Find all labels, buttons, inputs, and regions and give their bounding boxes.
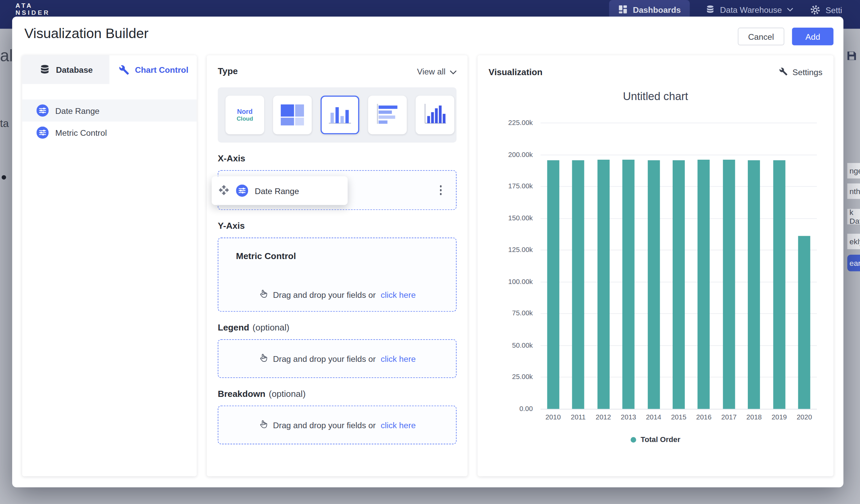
logo-line1: ATA (15, 2, 50, 10)
field-date-range[interactable]: Date Range (22, 99, 197, 121)
y-axis-tick-label: 125.00k (508, 246, 533, 254)
field-metric-control[interactable]: Metric Control (22, 121, 197, 144)
x-axis-drop-zone[interactable]: Date Range (218, 170, 457, 210)
legend-label: Total Order (641, 435, 680, 444)
save-icon[interactable] (846, 50, 858, 64)
breakdown-heading: Breakdown(optional) (218, 389, 457, 399)
breakdown-heading-label: Breakdown (218, 389, 265, 399)
field-date-range-label: Date Range (55, 106, 99, 115)
plot-area (541, 123, 817, 409)
chart-legend: Total Order (489, 435, 822, 444)
chart-type-thumb-bar[interactable] (368, 96, 407, 134)
x-axis-tick-label: 2018 (741, 413, 766, 421)
view-all-label: View all (417, 67, 445, 76)
view-all-dropdown[interactable]: View all (417, 67, 457, 76)
bar-slot (792, 123, 817, 409)
field-metric-control-label: Metric Control (55, 128, 107, 138)
backdrop-text-fragment: al (0, 46, 13, 66)
more-menu-icon[interactable] (438, 183, 444, 197)
click-here-link[interactable]: click here (381, 290, 416, 299)
tools-icon (118, 64, 130, 76)
nav-dashboards-label: Dashboards (633, 5, 681, 14)
breakdown-drop-zone[interactable]: Drag and drop your fields or click here (218, 406, 457, 444)
y-axis-drop-zone[interactable]: Metric Control Drag and drop your fields… (218, 237, 457, 312)
settings-button[interactable]: Settings (778, 66, 822, 78)
histogram-chart-icon (423, 103, 447, 127)
bar-2020 (798, 236, 811, 409)
chart-type-thumb-column[interactable] (320, 96, 359, 134)
chevron-down-icon (450, 67, 457, 76)
logo-line2: NSIDER (15, 10, 50, 16)
y-axis-tick-label: 25.00k (512, 373, 533, 381)
backdrop-panel-fragment: nge (847, 163, 860, 178)
optional-label: (optional) (253, 323, 289, 332)
column-chart-icon (328, 103, 352, 127)
nav-dashboards[interactable]: Dashboards (609, 0, 689, 19)
cancel-button[interactable]: Cancel (738, 28, 785, 45)
modal-actions: Cancel Add (738, 28, 833, 45)
x-axis-tick-label: 2016 (691, 413, 716, 421)
database-icon (39, 64, 51, 76)
tab-database-label: Database (56, 65, 93, 74)
y-axis-tick-label: 175.00k (508, 182, 533, 190)
x-axis-tick-label: 2013 (616, 413, 641, 421)
bar-2012 (597, 159, 609, 409)
drag-hand-icon (258, 419, 268, 431)
click-here-link[interactable]: click here (381, 354, 416, 363)
tab-chart-control-label: Chart Control (135, 65, 188, 74)
y-axis-labels: 225.00k200.00k175.00k150.00k125.00k100.0… (489, 123, 533, 409)
bar-2017 (723, 160, 735, 409)
y-axis-tick-label: 50.00k (512, 341, 533, 349)
date-range-chip[interactable]: Date Range (212, 176, 347, 205)
settings-label: Settings (793, 67, 822, 77)
dashboards-grid-icon (618, 4, 628, 14)
field-list: Date Range Metric Control (22, 99, 197, 144)
visualization-heading: Visualization (489, 67, 543, 77)
chart-type-thumb-word-cloud[interactable]: Nord Cloud (226, 96, 264, 134)
tab-chart-control[interactable]: Chart Control (110, 55, 197, 84)
nav-data-warehouse[interactable]: Data Warehouse (704, 0, 794, 19)
drag-hand-icon (258, 289, 268, 300)
click-here-link[interactable]: click here (381, 420, 416, 430)
visualization-panel: Visualization Settings Untitled chart 22… (477, 55, 833, 476)
x-axis-tick-label: 2017 (716, 413, 742, 421)
bar-2019 (773, 160, 785, 409)
move-handle-icon[interactable] (218, 184, 229, 197)
chart-plot: 225.00k200.00k175.00k150.00k125.00k100.0… (489, 123, 822, 409)
chart-type-thumb-treemap[interactable] (273, 96, 312, 134)
drag-drop-text: Drag and drop your fields or (273, 290, 376, 299)
bar-2011 (572, 160, 584, 409)
backdrop-text-fragment: ta (0, 118, 9, 130)
nav-settings-label: Setti (826, 5, 842, 15)
chart-title: Untitled chart (489, 90, 822, 103)
control-sliders-icon (37, 127, 48, 139)
chart-type-thumb-histogram[interactable] (416, 96, 454, 134)
drag-drop-text: Drag and drop your fields or (273, 420, 376, 430)
y-axis-tick-label: 100.00k (508, 278, 533, 286)
bar-2016 (698, 160, 710, 409)
y-axis-tick-label: 75.00k (512, 309, 533, 317)
x-axis-tick-label: 2015 (666, 413, 691, 421)
bar-slot (741, 123, 766, 409)
legend-item-total-order[interactable]: Total Order (631, 435, 680, 444)
bar-2010 (547, 160, 559, 409)
legend-heading-label: Legend (218, 323, 249, 332)
bar-slot (716, 123, 742, 409)
y-axis-tick-label: 225.00k (508, 119, 533, 127)
bar-chart-icon (375, 103, 400, 127)
bar-2018 (748, 160, 760, 409)
add-button[interactable]: Add (792, 28, 834, 45)
bar-2014 (647, 160, 659, 409)
y-axis-tick-label: 200.00k (508, 150, 533, 158)
y-axis-tick-label: 0.00 (519, 405, 533, 413)
legend-drop-zone[interactable]: Drag and drop your fields or click here (218, 339, 457, 378)
y-zone-title: Metric Control (236, 251, 438, 261)
word-cloud-icon: Nord Cloud (236, 108, 253, 122)
x-axis-tick-label: 2012 (591, 413, 616, 421)
app-logo: ATA NSIDER (15, 2, 50, 17)
y-axis-heading: Y-Axis (218, 221, 457, 231)
type-heading: Type (218, 66, 238, 76)
fields-panel: Database Chart Control Date Range Metric… (22, 55, 197, 476)
tab-database[interactable]: Database (22, 55, 110, 84)
backdrop-year-button-fragment[interactable]: ear (847, 255, 860, 271)
